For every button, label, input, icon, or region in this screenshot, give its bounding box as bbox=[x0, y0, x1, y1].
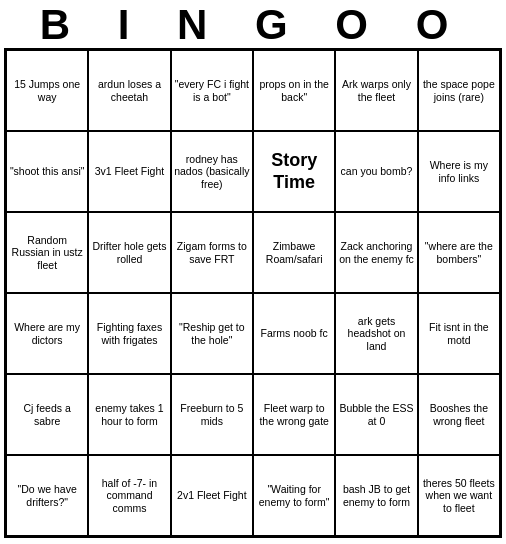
bingo-cell-24: Cj feeds a sabre bbox=[6, 374, 88, 455]
bingo-cell-9: Story Time bbox=[253, 131, 335, 212]
bingo-title: B I N G O O bbox=[40, 4, 467, 46]
bingo-cell-4: Ark warps only the fleet bbox=[335, 50, 417, 131]
bingo-cell-28: Bubble the ESS at 0 bbox=[335, 374, 417, 455]
bingo-cell-6: "shoot this ansi" bbox=[6, 131, 88, 212]
bingo-cell-11: Where is my info links bbox=[418, 131, 500, 212]
bingo-cell-27: Fleet warp to the wrong gate bbox=[253, 374, 335, 455]
bingo-cell-10: can you bomb? bbox=[335, 131, 417, 212]
bingo-cell-20: "Reship get to the hole" bbox=[171, 293, 253, 374]
bingo-cell-14: Zigam forms to save FRT bbox=[171, 212, 253, 293]
bingo-cell-17: "where are the bombers" bbox=[418, 212, 500, 293]
bingo-cell-25: enemy takes 1 hour to form bbox=[88, 374, 170, 455]
bingo-cell-15: Zimbawe Roam/safari bbox=[253, 212, 335, 293]
bingo-cell-31: half of -7- in command comms bbox=[88, 455, 170, 536]
bingo-cell-12: Random Russian in ustz fleet bbox=[6, 212, 88, 293]
bingo-cell-7: 3v1 Fleet Fight bbox=[88, 131, 170, 212]
bingo-cell-21: Farms noob fc bbox=[253, 293, 335, 374]
bingo-cell-16: Zack anchoring on the enemy fc bbox=[335, 212, 417, 293]
bingo-cell-5: the space pope joins (rare) bbox=[418, 50, 500, 131]
bingo-cell-34: bash JB to get enemy to form bbox=[335, 455, 417, 536]
bingo-cell-29: Booshes the wrong fleet bbox=[418, 374, 500, 455]
bingo-cell-30: "Do we have drifters?" bbox=[6, 455, 88, 536]
bingo-cell-1: ardun loses a cheetah bbox=[88, 50, 170, 131]
bingo-cell-3: props on in the back" bbox=[253, 50, 335, 131]
bingo-cell-33: "Waiting for enemy to form" bbox=[253, 455, 335, 536]
bingo-cell-32: 2v1 Fleet Fight bbox=[171, 455, 253, 536]
bingo-cell-18: Where are my dictors bbox=[6, 293, 88, 374]
bingo-cell-22: ark gets headshot on land bbox=[335, 293, 417, 374]
bingo-cell-26: Freeburn to 5 mids bbox=[171, 374, 253, 455]
bingo-cell-13: Drifter hole gets rolled bbox=[88, 212, 170, 293]
bingo-cell-23: Fit isnt in the motd bbox=[418, 293, 500, 374]
bingo-cell-8: rodney has nados (basically free) bbox=[171, 131, 253, 212]
bingo-cell-2: "every FC i fight is a bot" bbox=[171, 50, 253, 131]
bingo-cell-35: theres 50 fleets when we want to fleet bbox=[418, 455, 500, 536]
bingo-cell-19: Fighting faxes with frigates bbox=[88, 293, 170, 374]
bingo-grid: 15 Jumps one wayardun loses a cheetah"ev… bbox=[4, 48, 502, 538]
bingo-cell-0: 15 Jumps one way bbox=[6, 50, 88, 131]
